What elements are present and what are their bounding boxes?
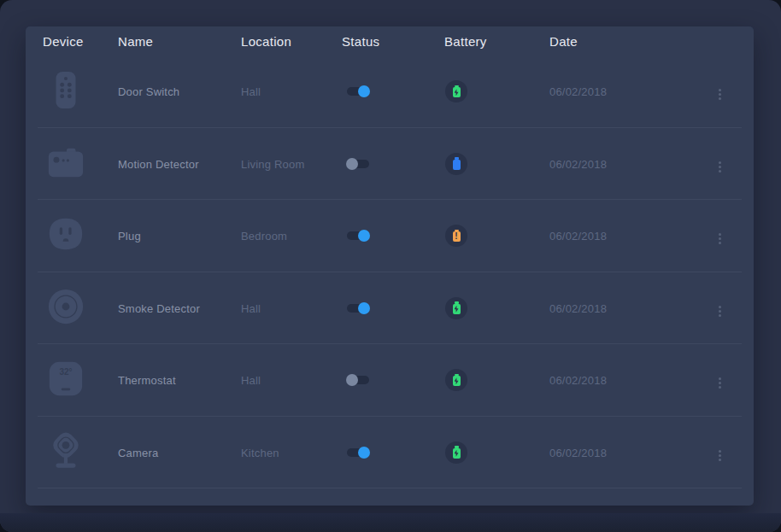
column-header-battery: Battery <box>444 34 549 49</box>
device-location: Living Room <box>241 158 304 171</box>
kebab-menu-icon[interactable] <box>715 302 725 320</box>
kebab-menu-icon[interactable] <box>715 230 725 248</box>
device-date: 06/02/2018 <box>549 374 607 387</box>
battery-icon <box>453 304 461 314</box>
device-name: Plug <box>118 230 141 243</box>
app-background: Device Name Location Status Battery Date… <box>0 0 781 532</box>
device-location: Hall <box>241 85 261 98</box>
status-toggle[interactable] <box>347 231 369 240</box>
toggle-knob <box>358 85 370 97</box>
kebab-menu-icon[interactable] <box>715 447 725 465</box>
status-toggle[interactable] <box>347 87 369 96</box>
battery-badge <box>445 80 467 102</box>
battery-icon <box>453 448 461 459</box>
device-name: Motion Detector <box>118 158 199 171</box>
device-location: Hall <box>241 302 261 315</box>
battery-icon <box>453 87 461 97</box>
battery-icon <box>453 376 461 386</box>
battery-badge <box>445 225 467 247</box>
camera-icon <box>46 430 85 471</box>
kebab-menu-icon[interactable] <box>715 85 725 103</box>
device-table-card: Device Name Location Status Battery Date… <box>26 26 754 506</box>
battery-icon <box>453 231 461 242</box>
kebab-menu-icon[interactable] <box>715 158 725 176</box>
battery-badge <box>445 441 467 464</box>
toggle-knob <box>346 158 358 170</box>
toggle-knob <box>358 302 370 314</box>
device-location: Hall <box>241 374 261 387</box>
device-date: 06/02/2018 <box>549 447 607 459</box>
device-date: 06/02/2018 <box>549 158 607 171</box>
column-header-status: Status <box>342 34 444 49</box>
battery-icon <box>453 160 461 170</box>
status-toggle[interactable] <box>347 376 369 384</box>
column-header-location: Location <box>241 34 342 49</box>
battery-badge <box>445 369 467 391</box>
battery-badge <box>445 153 467 175</box>
motion-detector-icon <box>46 142 85 183</box>
status-toggle[interactable] <box>347 448 369 457</box>
svg-text:32°: 32° <box>59 367 72 377</box>
remote-icon <box>46 69 85 110</box>
bottom-edge-bar <box>0 513 781 532</box>
device-date: 06/02/2018 <box>549 230 607 243</box>
table-row: Motion Detector Living Room 06/02/2018 <box>38 128 742 201</box>
column-header-device: Device <box>43 34 118 49</box>
column-header-date: Date <box>549 34 702 49</box>
battery-badge <box>445 297 467 319</box>
table-row: Smoke Detector Hall 06/02/2018 <box>38 272 742 345</box>
device-table-body: Door Switch Hall 06/02/2018 Motion Det <box>38 56 742 488</box>
toggle-knob <box>346 374 358 386</box>
device-name: Smoke Detector <box>118 302 200 315</box>
table-row: Door Switch Hall 06/02/2018 <box>38 56 742 128</box>
table-row: Camera Kitchen 06/02/2018 <box>38 417 742 489</box>
device-location: Kitchen <box>241 447 279 459</box>
table-row: Plug Bedroom 06/02/2018 <box>38 200 742 272</box>
status-toggle[interactable] <box>347 160 369 168</box>
toggle-knob <box>358 230 370 242</box>
device-name: Thermostat <box>118 374 176 387</box>
status-toggle[interactable] <box>347 304 369 313</box>
device-name: Camera <box>118 447 158 459</box>
column-header-name: Name <box>118 34 241 49</box>
toggle-knob <box>358 447 370 459</box>
device-name: Door Switch <box>118 85 179 98</box>
device-location: Bedroom <box>241 230 287 243</box>
table-row: 32° Thermostat Hall 06/02/2018 <box>38 344 742 417</box>
device-date: 06/02/2018 <box>549 85 607 98</box>
table-header-row: Device Name Location Status Battery Date <box>38 26 742 56</box>
plug-icon <box>46 213 85 254</box>
kebab-menu-icon[interactable] <box>715 374 725 392</box>
device-date: 06/02/2018 <box>549 302 607 315</box>
smoke-detector-icon <box>46 286 85 327</box>
thermostat-icon: 32° <box>46 358 85 399</box>
